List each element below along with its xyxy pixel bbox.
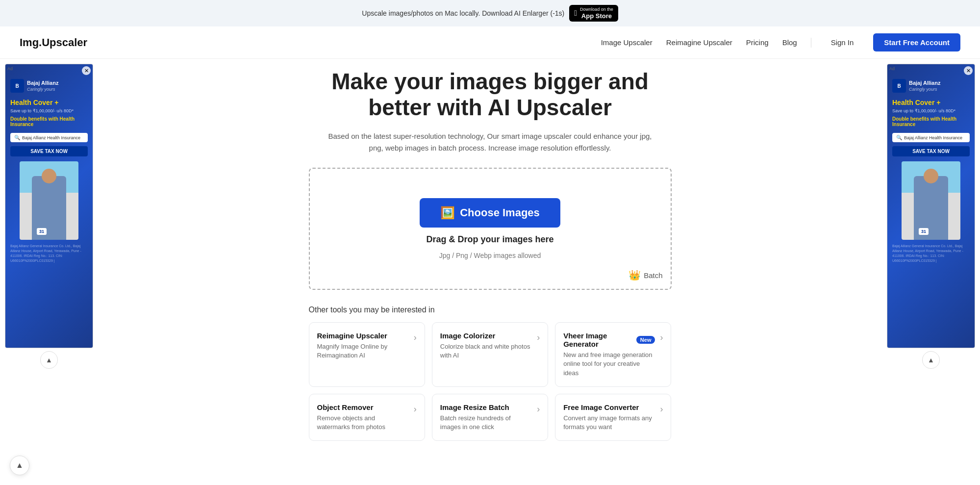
left-ad-inner: B Bajaj Allianz Caringly yours Health Co… bbox=[5, 64, 93, 348]
tool-card-vheer-generator[interactable]: Vheer Image Generator New New and free i… bbox=[555, 322, 671, 387]
right-ad-fine-print: Bajaj Allianz General Insurance Co. Ltd.… bbox=[892, 244, 970, 263]
left-ad-bajaj-logo: B bbox=[10, 79, 24, 93]
tool-arrow-object-remover: › bbox=[414, 404, 417, 414]
hero-subtitle: Based on the latest super-resolution tec… bbox=[324, 130, 657, 154]
left-ad-fine-print: Bajaj Allianz General Insurance Co. Ltd.… bbox=[10, 244, 88, 263]
main-wrapper: Ad ✕ B Bajaj Allianz Caringly yours Heal… bbox=[0, 59, 980, 456]
format-text: Jpg / Png / Webp images allowed bbox=[439, 252, 541, 259]
other-tools-section: Other tools you may be interested in Rei… bbox=[309, 306, 672, 441]
tool-desc-object-remover: Remove objects and watermarks from photo… bbox=[317, 414, 409, 432]
batch-badge: 👑 Batch bbox=[628, 269, 662, 281]
tool-title-object-remover: Object Remover bbox=[317, 403, 409, 411]
tool-arrow-converter: › bbox=[660, 404, 663, 414]
tool-card-image-resize-batch[interactable]: Image Resize Batch Batch resize hundreds… bbox=[432, 394, 548, 441]
nav-image-upscaler[interactable]: Image Upscaler bbox=[601, 38, 653, 47]
right-ad-save-btn[interactable]: SAVE TAX NOW bbox=[892, 146, 970, 156]
right-ad-search: 🔍 Bajaj Allianz Health Insurance bbox=[892, 133, 970, 142]
left-ad-scroll-btn[interactable]: ▲ bbox=[40, 351, 58, 369]
right-ad-brand: Bajaj Allianz bbox=[909, 80, 940, 86]
new-badge-vheer: New bbox=[636, 336, 655, 344]
left-ad-search-icon: 🔍 bbox=[14, 135, 20, 140]
upload-area[interactable]: 🖼️ Choose Images Drag & Drop your images… bbox=[309, 168, 672, 290]
right-ad-person: 31 bbox=[902, 161, 960, 240]
right-ad-tagline: Caringly yours bbox=[909, 87, 940, 92]
right-ad-save-text: Save up to ₹1,00,000/- u/s 80D* bbox=[892, 108, 970, 113]
left-ad-brand: Bajaj Allianz bbox=[27, 80, 58, 86]
badge-top-label: Download on the bbox=[580, 7, 613, 12]
left-ad-double: Double benefits with Health Insurance bbox=[10, 116, 88, 127]
right-ad-bajaj-logo: B bbox=[892, 79, 906, 93]
choose-icon: 🖼️ bbox=[440, 206, 455, 220]
right-ad-search-icon: 🔍 bbox=[896, 135, 902, 140]
banner-text: Upscale images/photos on Mac locally. Do… bbox=[362, 9, 564, 17]
nav-blog[interactable]: Blog bbox=[782, 38, 797, 47]
crown-icon: 👑 bbox=[628, 269, 641, 281]
tool-desc-colorizer: Colorize black and white photos with AI bbox=[440, 342, 532, 360]
right-ad-panel: Ad ✕ B Bajaj Allianz Caringly yours Heal… bbox=[882, 59, 980, 456]
tool-desc-reimagine: Magnify Image Online by Reimagination AI bbox=[317, 342, 409, 360]
header: Img.Upscaler Image Upscaler Reimagine Up… bbox=[0, 26, 980, 59]
nav-pricing[interactable]: Pricing bbox=[746, 38, 769, 47]
right-ad-product: Health Cover + bbox=[892, 99, 970, 106]
nav-reimagine-upscaler[interactable]: Reimagine Upscaler bbox=[666, 38, 732, 47]
left-ad-person: 31 bbox=[20, 161, 78, 240]
right-ad-logo-row: B Bajaj Allianz Caringly yours bbox=[892, 79, 970, 93]
left-ad-box: Ad ✕ B Bajaj Allianz Caringly yours Heal… bbox=[5, 64, 93, 348]
tool-arrow-resize-batch: › bbox=[537, 404, 540, 414]
tool-card-object-remover[interactable]: Object Remover Remove objects and waterm… bbox=[309, 394, 425, 441]
app-store-link[interactable]:  Download on the App Store bbox=[569, 5, 618, 22]
tool-title-reimagine: Reimagine Upscaler bbox=[317, 332, 409, 340]
drag-drop-text: Drag & Drop your images here bbox=[426, 234, 553, 245]
left-ad-date: 31 bbox=[37, 228, 47, 235]
tool-card-reimagine-upscaler[interactable]: Reimagine Upscaler Magnify Image Online … bbox=[309, 322, 425, 387]
center-content: Make your images bigger and better with … bbox=[98, 59, 882, 456]
left-ad-save-btn[interactable]: SAVE TAX NOW bbox=[10, 146, 88, 156]
left-ad-search: 🔍 Bajaj Allianz Health Insurance bbox=[10, 133, 88, 142]
badge-bottom-label: App Store bbox=[580, 12, 613, 20]
right-ad-inner: B Bajaj Allianz Caringly yours Health Co… bbox=[887, 64, 975, 348]
tool-arrow-reimagine: › bbox=[414, 332, 417, 343]
tool-title-colorizer: Image Colorizer bbox=[440, 332, 532, 340]
right-ad-label: Ad bbox=[889, 66, 895, 71]
tool-desc-converter: Convert any image formats any formats yo… bbox=[563, 414, 655, 432]
hero-title: Make your images bigger and better with … bbox=[331, 69, 649, 121]
other-tools-title: Other tools you may be interested in bbox=[309, 306, 672, 314]
tool-arrow-vheer: › bbox=[660, 332, 663, 343]
start-free-button[interactable]: Start Free Account bbox=[873, 33, 960, 51]
tools-grid: Reimagine Upscaler Magnify Image Online … bbox=[309, 322, 672, 441]
tool-title-vheer: Vheer Image Generator New bbox=[563, 332, 655, 348]
tool-title-converter: Free Image Converter bbox=[563, 403, 655, 411]
tool-title-resize-batch: Image Resize Batch bbox=[440, 403, 532, 411]
tool-card-image-colorizer[interactable]: Image Colorizer Colorize black and white… bbox=[432, 322, 548, 387]
left-ad-panel: Ad ✕ B Bajaj Allianz Caringly yours Heal… bbox=[0, 59, 98, 456]
sign-in-button[interactable]: Sign In bbox=[825, 35, 860, 50]
left-ad-tagline: Caringly yours bbox=[27, 87, 58, 92]
main-nav: Image Upscaler Reimagine Upscaler Pricin… bbox=[601, 33, 960, 51]
right-ad-date: 31 bbox=[919, 228, 929, 235]
left-ad-product: Health Cover + bbox=[10, 99, 88, 106]
right-ad-double: Double benefits with Health Insurance bbox=[892, 116, 970, 127]
tool-arrow-colorizer: › bbox=[537, 332, 540, 343]
tool-desc-vheer: New and free image generation online too… bbox=[563, 351, 655, 378]
batch-label: Batch bbox=[644, 271, 662, 280]
left-ad-label: Ad bbox=[7, 66, 13, 71]
logo: Img.Upscaler bbox=[20, 36, 87, 49]
top-banner: Upscale images/photos on Mac locally. Do… bbox=[0, 0, 980, 26]
left-ad-logo-row: B Bajaj Allianz Caringly yours bbox=[10, 79, 88, 93]
nav-divider bbox=[811, 38, 811, 48]
apple-icon:  bbox=[574, 9, 577, 18]
tool-card-free-image-converter[interactable]: Free Image Converter Convert any image f… bbox=[555, 394, 671, 441]
right-ad-scroll-btn[interactable]: ▲ bbox=[922, 351, 940, 369]
left-ad-save-text: Save up to ₹1,00,000/- u/s 80D* bbox=[10, 108, 88, 113]
right-ad-box: Ad ✕ B Bajaj Allianz Caringly yours Heal… bbox=[887, 64, 975, 348]
tool-desc-resize-batch: Batch resize hundreds of images in one c… bbox=[440, 414, 532, 432]
choose-images-button[interactable]: 🖼️ Choose Images bbox=[420, 198, 560, 228]
